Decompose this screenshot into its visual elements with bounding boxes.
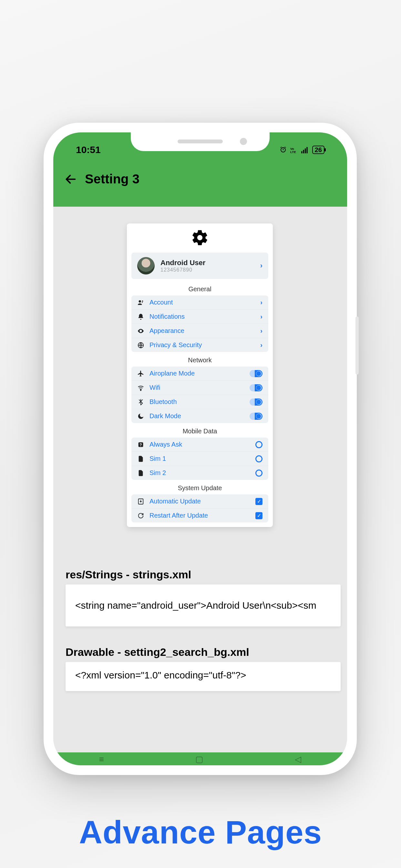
radio-button[interactable] xyxy=(255,455,263,462)
bluetooth-icon xyxy=(137,399,144,406)
row-label: Notifications xyxy=(150,313,255,320)
section-title-mobile: Mobile Data xyxy=(131,424,268,438)
checkbox[interactable]: ✓ xyxy=(255,498,263,505)
app-bar: Setting 3 xyxy=(53,158,347,186)
row-wifi[interactable]: Wifi xyxy=(131,380,268,395)
promo-text: Advance Pages xyxy=(0,814,401,851)
code-box-drawable[interactable]: <?xml version="1.0" encoding="utf-8"?> xyxy=(66,662,341,691)
chevron-right-icon: › xyxy=(260,313,263,320)
row-sim1[interactable]: Sim 1 xyxy=(131,452,268,466)
avatar xyxy=(137,257,155,275)
speaker-grill xyxy=(178,140,223,144)
moon-icon xyxy=(137,413,144,420)
row-label: Always Ask xyxy=(150,441,250,448)
gear-header xyxy=(131,228,268,248)
person-icon xyxy=(137,299,144,306)
wifi-icon xyxy=(137,384,144,392)
settings-card: Android User 1234567890 › General Accoun… xyxy=(127,223,273,527)
svg-rect-4 xyxy=(305,149,306,153)
side-button xyxy=(356,316,359,375)
row-appearance[interactable]: Appearance › xyxy=(131,323,268,338)
row-always-ask[interactable]: ? Always Ask xyxy=(131,438,268,452)
volte-icon: VoLTE xyxy=(290,146,297,154)
svg-text:LTE: LTE xyxy=(290,150,296,154)
section-title-update: System Update xyxy=(131,481,268,494)
row-bluetooth[interactable]: Bluetooth xyxy=(131,395,268,409)
toggle-switch[interactable] xyxy=(250,399,263,406)
section-title-network: Network xyxy=(131,353,268,367)
back-arrow-icon[interactable] xyxy=(64,173,77,186)
toggle-switch[interactable] xyxy=(250,384,263,392)
phone-device-frame: 10:51 VoLTE 26 Setting 3 xyxy=(43,123,357,775)
screen: 10:51 VoLTE 26 Setting 3 xyxy=(53,132,347,765)
row-label: Account xyxy=(150,299,255,306)
section-title-general: General xyxy=(131,282,268,296)
chevron-right-icon: › xyxy=(260,299,263,306)
nav-home-icon[interactable]: ▢ xyxy=(195,754,204,764)
row-label: Bluetooth xyxy=(150,398,244,406)
row-airplane[interactable]: Airoplane Mode xyxy=(131,367,268,380)
svg-point-8 xyxy=(142,300,143,302)
eye-icon xyxy=(137,328,144,335)
row-label: Dark Mode xyxy=(150,412,244,420)
group-network: Airoplane Mode Wifi Bluetooth xyxy=(131,367,268,423)
row-notifications[interactable]: Notifications › xyxy=(131,309,268,323)
radio-button[interactable] xyxy=(255,441,263,448)
front-camera xyxy=(240,138,247,145)
row-label: Automatic Update xyxy=(150,498,250,505)
toggle-switch[interactable] xyxy=(250,370,263,377)
profile-name: Android User xyxy=(160,259,254,267)
svg-point-10 xyxy=(141,390,142,391)
refresh-icon xyxy=(137,512,144,519)
content-area: Android User 1234567890 › General Accoun… xyxy=(53,207,347,752)
row-label: Appearance xyxy=(150,327,255,335)
group-update: Automatic Update ✓ Restart After Update … xyxy=(131,494,268,523)
row-label: Privacy & Security xyxy=(150,341,255,349)
gear-icon xyxy=(191,228,209,247)
notch xyxy=(131,132,270,151)
help-icon: ? xyxy=(137,441,144,448)
android-nav-bar: ≡ ▢ ◁ xyxy=(53,752,347,765)
row-label: Restart After Update xyxy=(150,512,250,519)
profile-subtext: 1234567890 xyxy=(160,267,254,273)
row-label: Sim 1 xyxy=(150,455,250,462)
checkbox[interactable]: ✓ xyxy=(255,512,263,519)
sim-icon xyxy=(137,469,144,476)
code-box-strings[interactable]: <string name="android_user">Android User… xyxy=(66,585,341,626)
code-heading-drawable: Drawable - setting2_search_bg.xml xyxy=(66,646,249,658)
status-icons: VoLTE 26 xyxy=(279,146,325,154)
row-label: Airoplane Mode xyxy=(150,370,244,377)
svg-text:?: ? xyxy=(140,442,142,447)
globe-icon xyxy=(137,342,144,349)
nav-back-icon[interactable]: ◁ xyxy=(295,754,301,764)
code-heading-strings: res/Strings - strings.xml xyxy=(66,568,191,581)
svg-rect-5 xyxy=(306,147,307,153)
svg-rect-2 xyxy=(301,151,302,153)
row-label: Wifi xyxy=(150,384,244,392)
row-label: Sim 2 xyxy=(150,469,250,476)
row-auto-update[interactable]: Automatic Update ✓ xyxy=(131,494,268,508)
profile-row[interactable]: Android User 1234567890 › xyxy=(131,252,268,279)
battery-indicator: 26 xyxy=(312,146,325,154)
bell-icon xyxy=(137,313,144,320)
alarm-icon xyxy=(279,146,287,154)
signal-icon xyxy=(301,146,309,154)
nav-recent-icon[interactable]: ≡ xyxy=(99,754,104,764)
page-title: Setting 3 xyxy=(85,172,140,186)
status-time: 10:51 xyxy=(76,144,101,155)
chevron-right-icon: › xyxy=(260,327,263,335)
row-darkmode[interactable]: Dark Mode xyxy=(131,409,268,423)
svg-point-7 xyxy=(139,300,141,302)
row-account[interactable]: Account › xyxy=(131,296,268,309)
group-mobile: ? Always Ask Sim 1 Sim 2 xyxy=(131,438,268,480)
radio-button[interactable] xyxy=(255,469,263,476)
row-privacy[interactable]: Privacy & Security › xyxy=(131,338,268,352)
sim-icon xyxy=(137,455,144,462)
svg-rect-3 xyxy=(303,150,304,153)
row-sim2[interactable]: Sim 2 xyxy=(131,466,268,480)
battery-percent: 26 xyxy=(315,146,322,153)
chevron-right-icon: › xyxy=(260,261,263,270)
row-restart-update[interactable]: Restart After Update ✓ xyxy=(131,508,268,523)
toggle-switch[interactable] xyxy=(250,413,263,420)
chevron-right-icon: › xyxy=(260,341,263,349)
